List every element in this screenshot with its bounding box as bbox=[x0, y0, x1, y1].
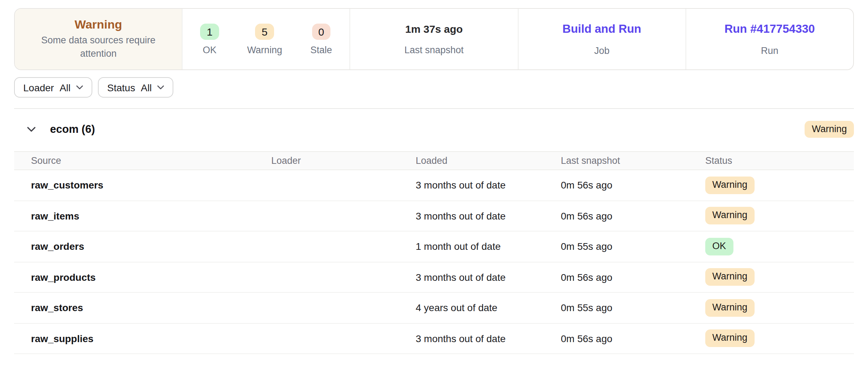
source-name: raw_products bbox=[31, 272, 271, 283]
table-row[interactable]: raw_stores 4 years out of date 0m 55s ag… bbox=[14, 293, 854, 323]
last-snapshot-value: 1m 37s ago bbox=[405, 23, 463, 35]
status-counts-card: 1 OK 5 Warning 0 Stale bbox=[182, 9, 349, 69]
overall-status-card: Warning Some data sources require attent… bbox=[15, 9, 182, 69]
group-status-badge: Warning bbox=[805, 120, 854, 138]
stale-count-label: Stale bbox=[310, 44, 332, 55]
warning-count-badge: 5 bbox=[255, 23, 274, 39]
loader-filter-value: All bbox=[60, 82, 70, 93]
run-label: Run bbox=[761, 45, 779, 56]
status-filter-label: Status bbox=[107, 82, 135, 93]
ok-count-label: OK bbox=[203, 44, 217, 55]
run-link[interactable]: Run #417754330 bbox=[724, 22, 815, 36]
group-collapse-chevron-down-icon[interactable] bbox=[25, 125, 37, 134]
column-header-last-snapshot: Last snapshot bbox=[561, 155, 705, 166]
table-row[interactable]: raw_products 3 months out of date 0m 56s… bbox=[14, 262, 854, 293]
loader-filter-label: Loader bbox=[23, 82, 54, 93]
job-card: Build and Run Job bbox=[517, 9, 685, 69]
warning-count-label: Warning bbox=[247, 44, 282, 55]
loader-filter-button[interactable]: Loader All bbox=[14, 77, 92, 98]
count-warning: 5 Warning bbox=[247, 23, 282, 55]
ok-count-badge: 1 bbox=[200, 23, 219, 39]
table-body: raw_customers 3 months out of date 0m 56… bbox=[14, 170, 854, 354]
status-filter-value: All bbox=[141, 82, 152, 93]
loaded-value: 1 month out of date bbox=[416, 241, 561, 252]
table-row[interactable]: raw_supplies 3 months out of date 0m 56s… bbox=[14, 323, 854, 354]
source-name: raw_customers bbox=[31, 180, 271, 191]
column-header-loaded: Loaded bbox=[416, 155, 561, 166]
loaded-value: 3 months out of date bbox=[416, 272, 561, 283]
last-snapshot-card: 1m 37s ago Last snapshot bbox=[350, 9, 517, 69]
table-row[interactable]: raw_orders 1 month out of date 0m 55s ag… bbox=[14, 231, 854, 262]
source-name: raw_orders bbox=[31, 241, 271, 252]
column-header-status: Status bbox=[705, 155, 837, 166]
stale-count-badge: 0 bbox=[312, 23, 330, 39]
column-header-loader: Loader bbox=[271, 155, 416, 166]
job-link[interactable]: Build and Run bbox=[563, 22, 641, 36]
status-badge: Warning bbox=[705, 299, 755, 317]
sources-dashboard: Warning Some data sources require attent… bbox=[0, 8, 868, 377]
overall-status-title: Warning bbox=[75, 18, 122, 32]
chevron-down-icon bbox=[76, 85, 83, 90]
last-snapshot-value: 0m 56s ago bbox=[561, 272, 705, 283]
status-badge: Warning bbox=[705, 207, 755, 225]
last-snapshot-value: 0m 55s ago bbox=[561, 302, 705, 314]
sources-table: Source Loader Loaded Last snapshot Statu… bbox=[14, 151, 854, 354]
last-snapshot-value: 0m 55s ago bbox=[561, 241, 705, 252]
run-card: Run #417754330 Run bbox=[686, 9, 853, 69]
last-snapshot-label: Last snapshot bbox=[404, 45, 464, 55]
loaded-value: 4 years out of date bbox=[416, 302, 561, 314]
status-badge: Warning bbox=[705, 330, 755, 347]
count-stale: 0 Stale bbox=[310, 23, 332, 55]
status-counts: 1 OK 5 Warning 0 Stale bbox=[200, 23, 332, 55]
loaded-value: 3 months out of date bbox=[416, 333, 561, 344]
last-snapshot-value: 0m 56s ago bbox=[561, 210, 705, 222]
table-row[interactable]: raw_items 3 months out of date 0m 56s ag… bbox=[14, 201, 854, 231]
group-name: ecom (6) bbox=[50, 123, 95, 136]
chevron-down-icon bbox=[157, 85, 165, 90]
last-snapshot-value: 0m 56s ago bbox=[561, 333, 705, 344]
job-label: Job bbox=[594, 45, 610, 56]
overall-status-subtitle: Some data sources require attention bbox=[24, 35, 173, 60]
source-name: raw_items bbox=[31, 210, 271, 222]
loaded-value: 3 months out of date bbox=[416, 210, 561, 222]
summary-bar: Warning Some data sources require attent… bbox=[14, 8, 854, 70]
status-filter-button[interactable]: Status All bbox=[98, 77, 174, 98]
column-header-source: Source bbox=[31, 155, 271, 166]
group-header-ecom[interactable]: ecom (6) Warning bbox=[14, 109, 854, 150]
source-name: raw_supplies bbox=[31, 333, 271, 344]
source-name: raw_stores bbox=[31, 302, 271, 314]
table-header-row: Source Loader Loaded Last snapshot Statu… bbox=[14, 151, 854, 170]
status-badge: Warning bbox=[705, 268, 755, 286]
loaded-value: 3 months out of date bbox=[416, 180, 561, 191]
status-badge: Warning bbox=[705, 177, 755, 194]
table-row[interactable]: raw_customers 3 months out of date 0m 56… bbox=[14, 170, 854, 201]
filter-bar: Loader All Status All bbox=[14, 77, 854, 98]
status-badge: OK bbox=[705, 238, 733, 255]
count-ok: 1 OK bbox=[200, 23, 219, 55]
last-snapshot-value: 0m 56s ago bbox=[561, 180, 705, 191]
